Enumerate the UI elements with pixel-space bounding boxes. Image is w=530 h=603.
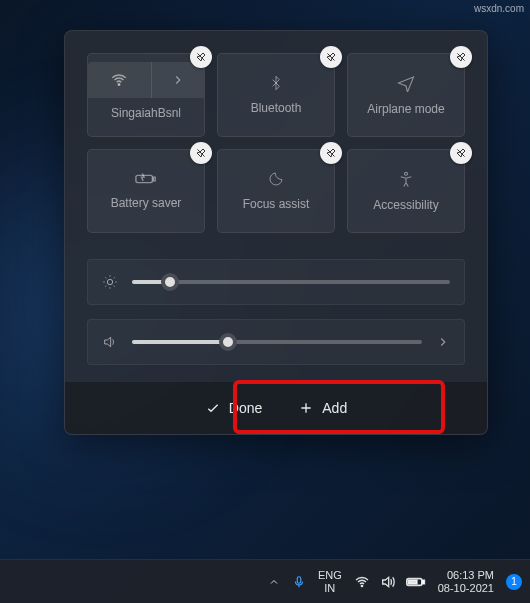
chevron-right-icon xyxy=(171,73,185,87)
volume-slider-row xyxy=(87,319,465,365)
volume-icon xyxy=(102,334,118,350)
clock[interactable]: 06:13 PM 08-10-2021 xyxy=(438,569,494,593)
tiles-grid: SingaiahBsnl Bluetooth Airplane mode xyxy=(65,31,487,241)
tile-airplane[interactable]: Airplane mode xyxy=(347,53,465,137)
lang-secondary: IN xyxy=(318,582,342,594)
chevron-right-icon[interactable] xyxy=(436,335,450,349)
accessibility-icon xyxy=(397,170,415,188)
tile-wifi-label: SingaiahBsnl xyxy=(111,106,181,120)
tile-bluetooth[interactable]: Bluetooth xyxy=(217,53,335,137)
unpin-icon[interactable] xyxy=(450,46,472,68)
tile-airplane-label: Airplane mode xyxy=(367,102,444,116)
sliders-section xyxy=(65,241,487,381)
tray-chevron-icon[interactable] xyxy=(268,576,280,588)
system-tray[interactable] xyxy=(354,574,426,590)
check-icon xyxy=(205,400,221,416)
add-button[interactable]: Add xyxy=(282,394,363,422)
microphone-icon[interactable] xyxy=(292,575,306,589)
svg-rect-5 xyxy=(297,576,301,582)
volume-tray-icon xyxy=(380,574,396,590)
tile-focus-assist[interactable]: Focus assist xyxy=(217,149,335,233)
wifi-tray-icon xyxy=(354,574,370,590)
done-label: Done xyxy=(229,400,262,416)
clock-date: 08-10-2021 xyxy=(438,582,494,594)
wifi-icon xyxy=(110,71,128,89)
unpin-icon[interactable] xyxy=(320,142,342,164)
svg-rect-9 xyxy=(408,580,416,583)
svg-point-6 xyxy=(361,585,362,586)
tile-accessibility-label: Accessibility xyxy=(373,198,438,212)
quick-settings-panel: SingaiahBsnl Bluetooth Airplane mode xyxy=(64,30,488,435)
brightness-slider-thumb[interactable] xyxy=(161,273,179,291)
tile-focus-label: Focus assist xyxy=(243,197,310,211)
unpin-icon[interactable] xyxy=(450,142,472,164)
notification-badge[interactable]: 1 xyxy=(506,574,522,590)
tile-wifi[interactable]: SingaiahBsnl xyxy=(87,53,205,137)
tile-battery-saver[interactable]: Battery saver xyxy=(87,149,205,233)
taskbar: ENG IN 06:13 PM 08-10-2021 1 xyxy=(0,559,530,603)
brightness-slider[interactable] xyxy=(132,280,450,284)
tile-accessibility[interactable]: Accessibility xyxy=(347,149,465,233)
wifi-toggle-button[interactable] xyxy=(88,62,151,98)
airplane-icon xyxy=(397,74,415,92)
unpin-icon[interactable] xyxy=(190,46,212,68)
battery-tray-icon xyxy=(406,576,426,588)
svg-point-0 xyxy=(119,84,121,86)
watermark-text: wsxdn.com xyxy=(474,3,524,14)
focus-assist-icon xyxy=(268,171,284,187)
tile-battery-label: Battery saver xyxy=(111,196,182,210)
add-label: Add xyxy=(322,400,347,416)
language-indicator[interactable]: ENG IN xyxy=(318,569,342,593)
wifi-expand-button[interactable] xyxy=(151,62,204,98)
actions-bar: Done Add xyxy=(65,381,487,434)
clock-time: 06:13 PM xyxy=(438,569,494,581)
unpin-icon[interactable] xyxy=(320,46,342,68)
done-button[interactable]: Done xyxy=(189,394,278,422)
tile-bluetooth-label: Bluetooth xyxy=(251,101,302,115)
volume-slider-thumb[interactable] xyxy=(219,333,237,351)
plus-icon xyxy=(298,400,314,416)
svg-point-4 xyxy=(107,279,112,284)
brightness-icon xyxy=(102,274,118,290)
lang-primary: ENG xyxy=(318,569,342,581)
battery-saver-icon xyxy=(135,172,157,186)
unpin-icon[interactable] xyxy=(190,142,212,164)
svg-rect-2 xyxy=(153,177,155,181)
volume-slider[interactable] xyxy=(132,340,422,344)
svg-point-3 xyxy=(405,172,408,175)
bluetooth-icon xyxy=(268,75,284,91)
svg-rect-8 xyxy=(422,580,424,583)
brightness-slider-row xyxy=(87,259,465,305)
